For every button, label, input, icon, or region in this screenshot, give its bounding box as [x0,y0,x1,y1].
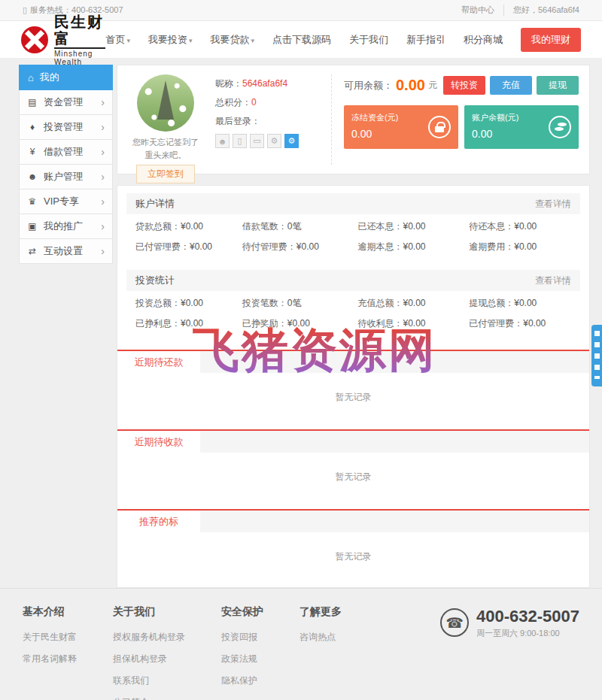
sidebar-item-invest[interactable]: ♦ 投资管理 › [19,115,113,140]
camera-icon: ▣ [27,221,38,232]
tab-strip-filler [200,431,589,453]
chevron-right-icon: › [101,146,105,158]
section-title: 投资统计 [135,274,175,287]
user-icon: ☻ [27,171,38,182]
my-finance-button[interactable]: 我的理财 [521,28,581,52]
caret-down-icon: ▾ [251,37,254,44]
logo[interactable]: 民生财富 Minsheng Wealth [21,14,105,66]
tab-recent-collection[interactable]: 近期待收款 [117,431,200,453]
floating-side-tab[interactable] [591,325,602,386]
profile-panel: 您昨天忘记签到了 重头来吧。 立即签到 昵称：5646afa6f4 总积分：0 … [117,65,590,174]
footer: 基本介绍 关于民生财富 常用名词解释 关于我们 授权服务机构登录 担保机构登录 … [0,588,602,700]
logo-icon [21,26,48,53]
footer-link[interactable]: 联系我们 [113,674,185,687]
caret-down-icon: ▾ [126,37,130,44]
sidebar-item-my[interactable]: ⌂ 我的 [19,65,113,90]
sidebar-item-borrow[interactable]: ¥ 借款管理 › [19,140,113,165]
frozen-funds-card: 冻结资金(元) 0.00 [344,105,458,149]
recharge-button[interactable]: 充值 [490,76,532,95]
tab-recommended-bids[interactable]: 推荐的标 [117,511,200,532]
footer-phone-block: ☎ 400-632-5007 周一至周六 9:00-18:00 [440,605,579,700]
recommended-bids-section: 推荐的标 暂无记录 [117,509,589,577]
empty-message: 暂无记录 [117,453,589,497]
nav-guide[interactable]: 新手指引 [406,33,445,47]
coins-icon [549,116,571,138]
account-detail-header: 账户详情 查看详情 [126,193,580,214]
email-verify-icon[interactable]: ▭ [250,134,264,148]
invest-stats-header: 投资统计 查看详情 [126,270,580,291]
coins-icon: ▤ [27,97,38,108]
user-verify-icon[interactable]: ☻ [215,134,230,148]
sidebar-item-funds[interactable]: ▤ 资金管理 › [19,90,113,115]
caret-down-icon: ▾ [189,37,193,44]
recent-repayment-section: 近期待还款 暂无记录 [117,350,589,417]
nav-invest[interactable]: 我要投资▾ [148,33,193,47]
arrows-icon: ⇄ [27,246,38,256]
footer-link[interactable]: 咨询热点 [299,631,342,644]
settings-gear-icon[interactable]: ⚙ [284,134,299,148]
footer-link[interactable]: 担保机构登录 [113,653,185,665]
brand-name-en: Minsheng Wealth [54,50,105,66]
sidebar-item-interaction[interactable]: ⇄ 互动设置 › [19,239,113,264]
empty-message: 暂无记录 [117,532,589,577]
account-balance-card: 账户余额(元) 0.00 [464,105,579,149]
tab-strip-filler [200,351,589,373]
greeting-text: 您好，5646afa6f4 [504,5,579,16]
points-value: 0 [251,97,257,108]
nav-download[interactable]: 点击下载源码 [272,33,331,47]
crown-icon: ♛ [27,196,38,207]
funds-summary: 可用余额： 0.00 元 转投资 充值 提现 冻结资金(元) 0.00 [331,74,579,165]
tab-recent-repayment[interactable]: 近期待还款 [117,351,200,373]
signin-button[interactable]: 立即签到 [136,165,195,183]
main-column: 您昨天忘记签到了 重头来吧。 立即签到 昵称：5646afa6f4 总积分：0 … [117,65,590,588]
reinvest-button[interactable]: 转投资 [443,76,485,95]
available-balance-label: 可用余额： [344,79,393,92]
footer-link[interactable]: 常用名词解释 [23,653,77,665]
footer-link[interactable]: 关于民生财富 [23,631,77,644]
footer-col-more: 了解更多 咨询热点 [299,605,342,700]
brand-name: 民生财富 [54,14,105,49]
empty-message: 暂无记录 [117,373,589,417]
signin-tip: 您昨天忘记签到了 重头来吧。 [128,136,203,161]
available-balance-value: 0.00 [396,77,425,94]
last-login-label: 最后登录： [215,116,260,126]
sidebar: ⌂ 我的 ▤ 资金管理 › ♦ 投资管理 › ¥ 借款管理 › ☻ 账户管理 › [19,65,113,264]
invest-stats: 投资总额：¥0.00 投资笔数：0笔 充值总额：¥0.00 提现总额：¥0.00… [117,291,589,338]
stats-panel: 账户详情 查看详情 贷款总额：¥0.00 借款笔数：0笔 已还本息：¥0.00 … [117,185,590,588]
sidebar-item-promotion[interactable]: ▣ 我的推广 › [19,214,113,239]
content-area: ⌂ 我的 ▤ 资金管理 › ♦ 投资管理 › ¥ 借款管理 › ☻ 账户管理 › [0,59,602,588]
invest-stats-more-link[interactable]: 查看详情 [535,274,571,287]
main-nav: 首页▾ 我要投资▾ 我要贷款▾ 点击下载源码 关于我们 新手指引 积分商城 我的… [105,28,581,52]
lock-icon [428,116,451,138]
account-detail-more-link[interactable]: 查看详情 [535,198,571,211]
avatar[interactable] [137,74,194,132]
yuan-icon: ¥ [27,147,38,157]
home-icon: ⌂ [28,72,34,83]
account-detail-stats: 贷款总额：¥0.00 借款笔数：0笔 已还本息：¥0.00 待还本息：¥0.00… [117,214,589,261]
footer-link[interactable]: 政策法规 [221,653,263,665]
footer-link[interactable]: 投资回报 [221,631,263,644]
footer-link[interactable]: 隐私保护 [221,674,263,687]
nav-about[interactable]: 关于我们 [349,33,388,47]
chevron-right-icon: › [101,220,105,232]
sidebar-item-vip[interactable]: ♛ VIP专享 › [19,189,113,214]
page: ▯ 服务热线：400-632-5007 帮助中心 您好，5646afa6f4 民… [0,0,602,700]
nickname-value: 5646afa6f4 [242,78,287,89]
chevron-right-icon: › [101,121,105,133]
withdraw-button[interactable]: 提现 [537,76,579,95]
footer-link[interactable]: 授权服务机构登录 [113,631,185,644]
floating-tab-text [594,331,600,379]
video-verify-icon[interactable]: ⚙ [267,134,281,148]
chevron-right-icon: › [101,171,105,183]
help-center-link[interactable]: 帮助中心 [461,5,504,16]
footer-link[interactable]: 公司简介 [113,696,185,700]
phone-verify-icon[interactable]: ▯ [233,134,247,148]
recent-collection-section: 近期待收款 暂无记录 [117,429,589,497]
chevron-right-icon: › [101,96,105,108]
chevron-right-icon: › [101,195,105,208]
main-header: 民生财富 Minsheng Wealth 首页▾ 我要投资▾ 我要贷款▾ 点击下… [0,21,602,59]
sidebar-item-account[interactable]: ☻ 账户管理 › [19,165,113,189]
nav-points-mall[interactable]: 积分商城 [464,33,503,47]
nav-loan[interactable]: 我要贷款▾ [210,33,254,47]
nav-home[interactable]: 首页▾ [105,33,130,47]
